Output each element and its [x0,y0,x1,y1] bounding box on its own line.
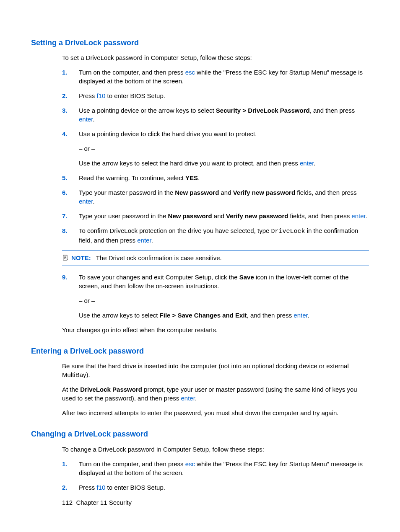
step-1: 1. Turn on the computer, and then press … [62,68,369,85]
step-5: 5. Read the warning. To continue, select… [62,173,369,182]
section-entering-drivelock: Entering a DriveLock password Be sure th… [31,346,369,417]
page-number: 112 [62,499,73,506]
step-body: Use a pointing device to click the hard … [79,129,369,168]
step-number: 4. [62,129,79,168]
step-7: 7. Type your user password in the New pa… [62,212,369,220]
steps-setting-cont: 9. To save your changes and exit Compute… [62,273,369,320]
step-2: 2. Press f10 to enter BIOS Setup. [62,91,369,100]
steps-changing: 1. Turn on the computer, and then press … [62,460,369,492]
key-enter: enter [137,237,151,244]
key-enter: enter [300,160,314,167]
step-body: Read the warning. To continue, select YE… [79,173,369,182]
intro-setting: To set a DriveLock password in Computer … [62,53,369,62]
key-f10: f10 [97,92,106,99]
outro-setting: Your changes go into effect when the com… [62,325,369,334]
key-enter: enter [79,116,93,123]
step-body: Turn on the computer, and then press esc… [79,68,369,85]
steps-setting: 1. Turn on the computer, and then press … [62,68,369,245]
key-f10: f10 [97,484,106,491]
heading-setting: Setting a DriveLock password [31,38,369,48]
key-esc: esc [185,460,195,467]
step-body: Type your user password in the New passw… [79,212,369,220]
para-entering-1: Be sure that the hard drive is inserted … [62,362,369,379]
note-icon [62,253,71,263]
para-entering-3: After two incorrect attempts to enter th… [62,408,369,417]
note-text: The DriveLock confirmation is case sensi… [96,253,369,262]
key-enter: enter [351,212,365,220]
step-body: To save your changes and exit Computer S… [79,273,369,320]
or-divider: – or – [79,144,369,153]
step-2: 2. Press f10 to enter BIOS Setup. [62,483,369,492]
intro-changing: To change a DriveLock password in Comput… [62,445,369,454]
chapter-label: Chapter 11 Security [76,499,132,506]
step-number: 1. [62,68,79,85]
para-entering-2: At the DriveLock Password prompt, type y… [62,385,369,403]
step-body: Press f10 to enter BIOS Setup. [79,91,369,100]
section-changing-drivelock: Changing a DriveLock password To change … [31,429,369,491]
page-footer: 112 Chapter 11 Security [62,498,132,507]
key-enter: enter [79,198,93,205]
step-9: 9. To save your changes and exit Compute… [62,273,369,320]
note-label: NOTE: [71,253,91,262]
key-enter: enter [294,312,307,319]
mono-drivelock: DriveLock [271,228,305,235]
step-8: 8. To confirm DriveLock protection on th… [62,226,369,245]
step-body: Press f10 to enter BIOS Setup. [79,483,369,492]
key-enter: enter [181,395,195,402]
section-setting-drivelock: Setting a DriveLock password To set a Dr… [31,38,369,334]
key-esc: esc [185,69,195,76]
or-divider: – or – [79,296,369,305]
step-number: 1. [62,460,79,477]
step-body: Type your master password in the New pas… [79,188,369,206]
step-number: 6. [62,188,79,206]
step-number: 2. [62,91,79,100]
step-number: 5. [62,173,79,182]
step-number: 9. [62,273,79,320]
step-body: Turn on the computer, and then press esc… [79,460,369,477]
step-number: 3. [62,106,79,124]
step-1: 1. Turn on the computer, and then press … [62,460,369,477]
step-3: 3. Use a pointing device or the arrow ke… [62,106,369,124]
step-body: To confirm DriveLock protection on the d… [79,226,369,245]
step-body: Use a pointing device or the arrow keys … [79,106,369,124]
step-number: 7. [62,212,79,220]
step-number: 2. [62,483,79,492]
step-4: 4. Use a pointing device to click the ha… [62,129,369,168]
step-number: 8. [62,226,79,245]
note-box: NOTE: The DriveLock confirmation is case… [62,251,369,266]
heading-entering: Entering a DriveLock password [31,346,369,356]
step-6: 6. Type your master password in the New … [62,188,369,206]
heading-changing: Changing a DriveLock password [31,429,369,439]
